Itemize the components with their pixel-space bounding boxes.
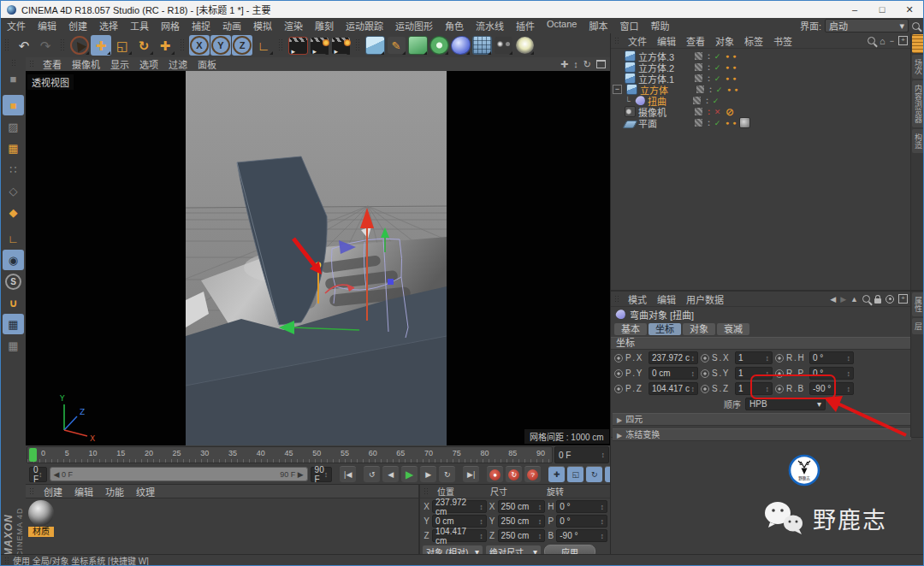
lock-y-axis-button[interactable]: Y bbox=[210, 35, 231, 56]
attribute-tab[interactable]: 对象 bbox=[683, 323, 715, 335]
current-frame-field[interactable]: 0 F↕ bbox=[554, 446, 609, 463]
dock-tab[interactable]: 场次 bbox=[912, 55, 924, 79]
object-tags[interactable] bbox=[726, 75, 737, 81]
menu-item[interactable]: 帮助 bbox=[644, 19, 675, 32]
add-cube-button[interactable] bbox=[364, 35, 385, 56]
s-field[interactable]: 1↕ bbox=[735, 351, 773, 364]
make-editable-button[interactable]: ■ bbox=[3, 68, 24, 89]
panel-drag-handle[interactable] bbox=[614, 295, 619, 303]
lock-z-axis-button[interactable]: Z bbox=[232, 35, 252, 56]
previous-frame-button[interactable]: ◀ bbox=[382, 466, 399, 482]
mograph-button[interactable] bbox=[429, 35, 449, 56]
points-mode-button[interactable]: ∷ bbox=[3, 159, 24, 180]
workplane-snap-button[interactable]: ▦ bbox=[3, 335, 24, 356]
layer-chip[interactable] bbox=[694, 74, 703, 83]
position-field[interactable]: 237.972 cm↕ bbox=[432, 500, 487, 513]
magnet-tool-button[interactable]: ∪ bbox=[3, 292, 24, 313]
move-tool-button[interactable]: ✚ bbox=[91, 35, 111, 56]
viewport-menu-item[interactable]: 查看 bbox=[38, 57, 67, 71]
visibility-dots[interactable]: •• bbox=[706, 75, 712, 82]
viewport-label[interactable]: 透视视图 bbox=[27, 74, 74, 90]
keyframe-dot[interactable] bbox=[614, 385, 623, 393]
keyframe-dot[interactable] bbox=[614, 354, 623, 363]
menu-item[interactable]: 网格 bbox=[155, 19, 186, 32]
visibility-dots[interactable]: •• bbox=[706, 64, 712, 71]
visibility-dots[interactable]: •• bbox=[706, 120, 712, 127]
add-panel-icon[interactable]: + bbox=[898, 36, 908, 45]
camera-button[interactable] bbox=[493, 35, 513, 56]
section-header[interactable]: 坐标 bbox=[611, 337, 911, 350]
layer-chip[interactable] bbox=[696, 85, 705, 94]
next-frame-button[interactable]: ▶ bbox=[420, 466, 436, 482]
menu-item[interactable]: 选择 bbox=[93, 19, 124, 32]
play-button[interactable]: ▶ bbox=[401, 466, 418, 482]
menu-item[interactable]: 文件 bbox=[1, 19, 32, 32]
autokey-button[interactable]: ↻ bbox=[506, 466, 522, 482]
lock-icon[interactable] bbox=[874, 298, 881, 304]
last-tool-button[interactable]: ✚ bbox=[155, 35, 175, 56]
enable-mark[interactable]: ✓ bbox=[712, 63, 723, 72]
keyframe-dot[interactable] bbox=[701, 354, 709, 363]
dock-tab[interactable]: 属性 bbox=[912, 292, 924, 316]
minimize-button[interactable]: – bbox=[841, 1, 868, 18]
layer-chip[interactable] bbox=[694, 118, 703, 127]
p-field[interactable]: 104.417 c↕ bbox=[649, 382, 698, 395]
menu-item[interactable]: 运动图形 bbox=[389, 19, 439, 32]
search-icon[interactable] bbox=[862, 295, 870, 303]
object-menu-item[interactable]: 查看 bbox=[681, 34, 710, 48]
menu-item[interactable]: 渲染 bbox=[278, 19, 309, 32]
panel-drag-handle[interactable] bbox=[4, 557, 9, 563]
r-field[interactable]: 0 °↕ bbox=[809, 351, 854, 364]
material-item[interactable]: 材质 bbox=[28, 500, 54, 537]
size-field[interactable]: 250 cm↕ bbox=[498, 500, 546, 513]
menu-item[interactable]: 工具 bbox=[124, 19, 155, 32]
menu-item[interactable]: 流水线 bbox=[470, 19, 510, 32]
material-preview[interactable] bbox=[28, 500, 54, 526]
viewport-menu-item[interactable]: 面板 bbox=[192, 57, 222, 71]
zoom-view-icon[interactable]: ↕ bbox=[573, 59, 578, 69]
menu-item[interactable]: 动画 bbox=[216, 19, 247, 32]
material-menu-item[interactable]: 纹理 bbox=[130, 485, 161, 498]
tab-objects[interactable] bbox=[912, 34, 924, 53]
enable-mark[interactable]: ✓ bbox=[714, 85, 725, 94]
visibility-dots[interactable]: •• bbox=[706, 53, 712, 60]
previous-key-button[interactable]: ↺ bbox=[364, 466, 380, 482]
key-position-toggle[interactable]: ✚ bbox=[548, 466, 565, 482]
material-menu-item[interactable]: 创建 bbox=[38, 485, 68, 498]
panel-drag-handle[interactable] bbox=[614, 37, 619, 44]
render-settings-button[interactable] bbox=[330, 35, 351, 56]
search-icon[interactable] bbox=[868, 37, 875, 44]
close-button[interactable]: ✕ bbox=[896, 1, 923, 18]
size-field[interactable]: 250 cm↕ bbox=[498, 529, 546, 542]
object-tags[interactable] bbox=[726, 64, 737, 70]
object-tags[interactable] bbox=[726, 106, 734, 118]
rotation-field[interactable]: 0 °↕ bbox=[556, 515, 607, 528]
object-name[interactable]: 平面 bbox=[638, 116, 691, 130]
scale-tool-button[interactable]: ◱ bbox=[112, 35, 133, 56]
light-button[interactable] bbox=[514, 35, 535, 56]
enable-mark[interactable]: ✕ bbox=[712, 108, 723, 116]
pan-view-icon[interactable]: ✚ bbox=[560, 59, 568, 70]
history-forward-icon[interactable]: ▶ bbox=[840, 295, 846, 304]
enable-mark[interactable]: ✓ bbox=[712, 52, 723, 61]
menu-item[interactable]: 雕刻 bbox=[309, 19, 340, 32]
collapse-icon[interactable]: − bbox=[890, 37, 894, 45]
history-back-icon[interactable]: ◀ bbox=[830, 295, 836, 304]
path-home-icon[interactable]: ⌂ bbox=[880, 36, 886, 46]
lock-x-axis-button[interactable]: X bbox=[189, 35, 210, 56]
attribute-menu-item[interactable]: 编辑 bbox=[652, 292, 681, 306]
enable-mark[interactable]: ✓ bbox=[710, 97, 721, 105]
viewport-menu-item[interactable]: 显示 bbox=[105, 57, 134, 71]
position-field[interactable]: 104.417 cm↕ bbox=[432, 529, 487, 542]
rotate-tool-button[interactable]: ↻ bbox=[133, 35, 154, 56]
model-mode-button[interactable]: ■ bbox=[3, 95, 24, 115]
enable-axis-button[interactable]: ∟ bbox=[3, 228, 24, 249]
edges-mode-button[interactable]: ◇ bbox=[3, 180, 24, 201]
size-field[interactable]: 250 cm↕ bbox=[498, 515, 546, 528]
coordinate-system-button[interactable]: ∟ bbox=[253, 35, 274, 56]
workplane-lock-button[interactable]: ▦ bbox=[3, 314, 24, 334]
attribute-tab[interactable]: 坐标 bbox=[649, 323, 681, 335]
material-menu-item[interactable]: 编辑 bbox=[68, 485, 99, 498]
material-menu-item[interactable]: 功能 bbox=[99, 485, 130, 498]
next-key-button[interactable]: ↻ bbox=[439, 466, 455, 482]
